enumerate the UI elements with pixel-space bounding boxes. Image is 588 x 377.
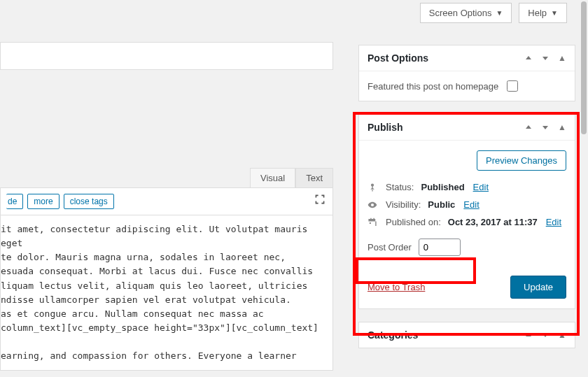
- move-down-icon[interactable]: [541, 54, 550, 62]
- featured-label: Featured this post on homepage: [368, 81, 498, 92]
- update-button[interactable]: Update: [510, 276, 566, 299]
- calendar-icon: [368, 218, 379, 227]
- page-scrollbar[interactable]: [581, 1, 587, 134]
- panel-post-options: Post Options ▲ Featured this post on hom…: [358, 45, 575, 101]
- tab-text[interactable]: Text: [295, 168, 333, 187]
- featured-checkbox-row[interactable]: Featured this post on homepage: [368, 78, 566, 94]
- status-label: Status:: [386, 182, 414, 192]
- visibility-value: Public: [428, 199, 455, 210]
- pin-icon: [368, 183, 379, 192]
- toggle-panel-icon[interactable]: ▲: [558, 122, 566, 132]
- edit-date-link[interactable]: Edit: [546, 217, 561, 227]
- chevron-down-icon: ▼: [551, 9, 558, 17]
- help-button[interactable]: Help ▼: [519, 3, 567, 23]
- quicktag-de[interactable]: de: [6, 194, 23, 209]
- edit-status-link[interactable]: Edit: [473, 182, 489, 192]
- help-label: Help: [528, 8, 547, 18]
- panel-title: Categories: [368, 329, 418, 341]
- panel-title: Publish: [368, 122, 403, 133]
- edit-visibility-link[interactable]: Edit: [463, 199, 479, 210]
- published-value: Oct 23, 2017 at 11:37: [448, 217, 538, 227]
- panel-publish: Publish ▲ Preview Changes Status: Publis…: [358, 114, 575, 309]
- post-title-input[interactable]: [0, 42, 333, 70]
- move-to-trash-link[interactable]: Move to Trash: [368, 282, 425, 292]
- move-up-icon[interactable]: [524, 54, 533, 62]
- panel-categories: Categories ▲: [358, 322, 575, 348]
- move-down-icon[interactable]: [541, 331, 550, 339]
- content-textarea[interactable]: it amet, consectetur adipiscing elit. Ut…: [0, 215, 333, 371]
- quicktags-toolbar: de more close tags: [0, 187, 333, 215]
- post-order-label: Post Order: [368, 242, 412, 252]
- quicktag-close-tags[interactable]: close tags: [64, 194, 114, 209]
- chevron-down-icon: ▼: [496, 9, 503, 17]
- panel-title: Post Options: [368, 52, 428, 64]
- quicktag-more[interactable]: more: [27, 194, 59, 209]
- screen-options-label: Screen Options: [429, 8, 492, 18]
- toggle-panel-icon[interactable]: ▲: [558, 330, 566, 340]
- move-up-icon[interactable]: [524, 123, 533, 131]
- featured-checkbox[interactable]: [507, 80, 518, 92]
- move-down-icon[interactable]: [541, 123, 550, 131]
- tab-visual[interactable]: Visual: [250, 168, 295, 187]
- toggle-panel-icon[interactable]: ▲: [558, 53, 566, 63]
- post-order-input[interactable]: [419, 239, 461, 256]
- published-label: Published on:: [386, 217, 441, 227]
- visibility-icon: [368, 200, 379, 210]
- visibility-label: Visibility:: [386, 199, 421, 210]
- fullscreen-icon[interactable]: [314, 194, 326, 205]
- status-value: Published: [421, 182, 464, 192]
- preview-changes-button[interactable]: Preview Changes: [477, 150, 566, 171]
- move-up-icon[interactable]: [524, 331, 533, 339]
- screen-options-button[interactable]: Screen Options ▼: [420, 3, 512, 23]
